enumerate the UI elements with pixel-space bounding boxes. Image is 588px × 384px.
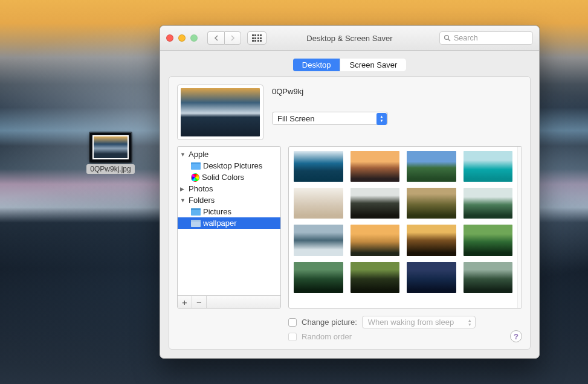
search-icon xyxy=(444,34,451,42)
change-picture-row: Change picture: When waking from sleep ▲… xyxy=(288,316,522,328)
wallpaper-thumb[interactable] xyxy=(294,188,343,219)
tree-label: Apple xyxy=(189,150,208,159)
content-panel: 0QPw9kj Fill Screen ▲▼ ▼ Apple Desktop P… xyxy=(169,76,531,350)
current-picture-name: 0QPw9kj xyxy=(272,87,522,96)
wallpaper-thumb[interactable] xyxy=(464,262,513,293)
wallpaper-thumb[interactable] xyxy=(294,225,343,255)
thumbnails-panel xyxy=(288,146,522,309)
disclosure-down-icon: ▼ xyxy=(180,197,186,203)
folder-icon xyxy=(191,162,201,170)
search-field[interactable] xyxy=(439,31,533,45)
random-order-checkbox xyxy=(288,333,297,341)
titlebar: Desktop & Screen Saver xyxy=(160,26,539,51)
back-button[interactable] xyxy=(207,31,224,45)
tabs: Desktop Screen Saver xyxy=(293,59,406,71)
stepper-icon: ▲▼ xyxy=(468,318,472,327)
tree-label: Desktop Pictures xyxy=(203,161,262,170)
tree-label: Folders xyxy=(189,196,215,205)
window-controls xyxy=(166,34,198,42)
source-tree: ▼ Apple Desktop Pictures Solid Colors ▶ … xyxy=(178,147,280,295)
wallpaper-thumb[interactable] xyxy=(407,262,456,293)
change-picture-interval-select[interactable]: When waking from sleep ▲▼ xyxy=(362,316,476,328)
folder-icon xyxy=(191,220,201,227)
file-name-label: 0QPw9kj.jpg xyxy=(86,164,134,174)
wallpaper-thumb[interactable] xyxy=(351,225,400,255)
wallpaper-thumb[interactable] xyxy=(351,262,400,293)
tree-label: Photos xyxy=(189,184,213,193)
add-folder-button[interactable]: + xyxy=(178,296,192,308)
wallpaper-thumb[interactable] xyxy=(407,188,456,219)
file-thumbnail xyxy=(90,133,131,162)
wallpaper-thumb[interactable] xyxy=(351,188,400,219)
close-button[interactable] xyxy=(166,34,173,42)
tree-label: wallpaper xyxy=(203,219,237,228)
sidebar-tools: + − xyxy=(178,295,280,308)
wallpaper-thumb[interactable] xyxy=(294,262,343,293)
tab-desktop[interactable]: Desktop xyxy=(293,59,341,71)
zoom-button[interactable] xyxy=(190,34,198,42)
tree-item-pictures[interactable]: Pictures xyxy=(178,206,280,217)
folder-icon xyxy=(191,208,201,216)
sidebar-tools-spacer xyxy=(207,296,280,308)
forward-button[interactable] xyxy=(224,31,241,45)
tree-group-folders[interactable]: ▼ Folders xyxy=(178,194,280,206)
disclosure-down-icon: ▼ xyxy=(180,152,186,158)
tree-label: Pictures xyxy=(203,207,231,216)
tree-group-photos[interactable]: ▶ Photos xyxy=(178,183,280,194)
fill-mode-select[interactable]: Fill Screen ▲▼ xyxy=(272,112,388,125)
stepper-icon: ▲▼ xyxy=(376,113,387,125)
current-preview xyxy=(177,85,263,140)
random-order-row: Random order xyxy=(288,332,522,341)
help-button[interactable]: ? xyxy=(510,330,522,342)
change-picture-checkbox[interactable] xyxy=(288,318,297,327)
wallpaper-thumb[interactable] xyxy=(464,188,513,219)
random-order-label: Random order xyxy=(302,332,352,341)
prefs-window: Desktop & Screen Saver Desktop Screen Sa… xyxy=(160,25,540,359)
tab-screensaver[interactable]: Screen Saver xyxy=(340,59,406,71)
wallpaper-thumb[interactable] xyxy=(294,151,343,182)
chevron-right-icon xyxy=(230,35,235,41)
wallpaper-thumb[interactable] xyxy=(351,151,400,182)
source-sidebar: ▼ Apple Desktop Pictures Solid Colors ▶ … xyxy=(177,146,281,309)
tree-group-apple[interactable]: ▼ Apple xyxy=(178,149,280,160)
minimize-button[interactable] xyxy=(178,34,186,42)
tree-item-wallpaper[interactable]: wallpaper xyxy=(178,217,280,229)
wallpaper-thumb[interactable] xyxy=(407,225,456,255)
colorwheel-icon xyxy=(191,173,199,182)
interval-value: When waking from sleep xyxy=(368,318,454,327)
footer-options: Change picture: When waking from sleep ▲… xyxy=(177,315,522,341)
chevron-left-icon xyxy=(214,35,219,41)
fill-mode-value: Fill Screen xyxy=(277,114,314,123)
change-picture-label: Change picture: xyxy=(302,318,357,327)
search-input[interactable] xyxy=(454,34,529,42)
wallpaper-thumb[interactable] xyxy=(464,225,513,255)
remove-folder-button[interactable]: − xyxy=(192,296,207,308)
wallpaper-thumb[interactable] xyxy=(464,151,513,182)
grid-icon xyxy=(252,34,262,42)
desktop-file[interactable]: 0QPw9kj.jpg xyxy=(83,133,138,174)
tree-item-desktop-pictures[interactable]: Desktop Pictures xyxy=(178,160,280,171)
show-all-button[interactable] xyxy=(247,31,267,45)
tree-label: Solid Colors xyxy=(202,173,244,182)
tree-item-solid-colors[interactable]: Solid Colors xyxy=(178,171,280,183)
thumbnails-grid xyxy=(289,147,517,308)
svg-point-0 xyxy=(445,36,449,40)
nav-buttons xyxy=(207,31,241,45)
svg-line-1 xyxy=(448,39,450,41)
wallpaper-thumb[interactable] xyxy=(407,151,456,182)
disclosure-right-icon: ▶ xyxy=(180,186,186,192)
thumbnails-scrollbar[interactable] xyxy=(517,147,522,308)
